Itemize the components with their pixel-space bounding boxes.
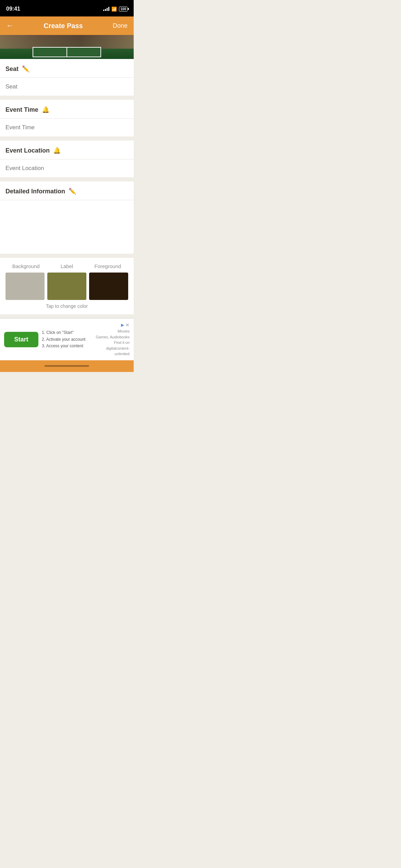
status-bar: 09:41 📶 100 bbox=[0, 0, 134, 16]
foreground-color-label: Foreground bbox=[87, 263, 128, 269]
seat-label: Seat bbox=[5, 65, 19, 73]
ad-right-line3: Find it on digitalcontent-unlimited bbox=[95, 340, 130, 357]
detailed-info-input-wrapper bbox=[0, 200, 134, 254]
color-labels: Background Label Foreground bbox=[5, 263, 128, 269]
status-time: 09:41 bbox=[6, 6, 20, 12]
color-section: Background Label Foreground Tap to chang… bbox=[0, 258, 134, 314]
ad-play-icon: ▶ bbox=[121, 323, 124, 327]
seat-section: Seat ✏️ bbox=[0, 59, 134, 96]
color-tap-hint: Tap to change color bbox=[5, 303, 128, 309]
seat-input[interactable] bbox=[5, 83, 128, 90]
event-time-input-wrapper bbox=[0, 119, 134, 136]
detailed-info-input[interactable] bbox=[5, 206, 128, 247]
event-location-section: Event Location 🔔 bbox=[0, 141, 134, 177]
seat-header: Seat ✏️ bbox=[0, 59, 134, 78]
event-location-bell-icon[interactable]: 🔔 bbox=[53, 147, 61, 154]
ad-start-button[interactable]: Start bbox=[4, 332, 38, 347]
ad-text: 1. Click on "Start" 2. Activate your acc… bbox=[42, 329, 92, 349]
label-color-label: Label bbox=[46, 263, 87, 269]
event-time-header: Event Time 🔔 bbox=[0, 100, 134, 119]
event-location-input[interactable] bbox=[5, 165, 128, 172]
background-color-swatch[interactable] bbox=[5, 273, 45, 300]
back-button[interactable]: ← bbox=[6, 21, 14, 30]
battery-icon: 100 bbox=[119, 7, 127, 12]
detailed-info-header: Detailed Information ✏️ bbox=[0, 181, 134, 200]
detailed-info-label: Detailed Information bbox=[5, 188, 65, 195]
color-swatches bbox=[5, 273, 128, 300]
event-location-label: Event Location bbox=[5, 147, 50, 154]
label-color-swatch[interactable] bbox=[47, 273, 86, 300]
ad-line2: 2. Activate your account bbox=[42, 336, 92, 343]
page-title: Create Pass bbox=[44, 22, 83, 30]
done-button[interactable]: Done bbox=[113, 22, 127, 29]
ad-banner: Start 1. Click on "Start" 2. Activate yo… bbox=[0, 318, 134, 360]
background-color-label: Background bbox=[5, 263, 46, 269]
foreground-color-swatch[interactable] bbox=[89, 273, 128, 300]
ad-right-line2: Games, Audiobooks bbox=[95, 334, 130, 340]
event-location-input-wrapper bbox=[0, 159, 134, 177]
ad-line1: 1. Click on "Start" bbox=[42, 329, 92, 336]
ad-close-button[interactable]: ✕ bbox=[125, 322, 130, 328]
ad-right-line1: Movies bbox=[95, 328, 130, 334]
ad-right-text: Movies Games, Audiobooks Find it on digi… bbox=[95, 328, 130, 357]
event-time-section: Event Time 🔔 bbox=[0, 100, 134, 136]
seat-edit-icon[interactable]: ✏️ bbox=[22, 65, 29, 73]
event-time-input[interactable] bbox=[5, 124, 128, 131]
nav-bar: ← Create Pass Done bbox=[0, 16, 134, 35]
event-location-header: Event Location 🔔 bbox=[0, 141, 134, 159]
detailed-info-section: Detailed Information ✏️ bbox=[0, 181, 134, 254]
event-time-label: Event Time bbox=[5, 106, 38, 113]
event-time-bell-icon[interactable]: 🔔 bbox=[42, 106, 49, 113]
content-area: Seat ✏️ Event Time 🔔 Event Location 🔔 De… bbox=[0, 59, 134, 314]
home-indicator bbox=[45, 365, 89, 367]
hero-image bbox=[0, 35, 134, 59]
signal-icon bbox=[103, 7, 109, 11]
status-icons: 📶 100 bbox=[103, 7, 127, 12]
seat-input-wrapper bbox=[0, 78, 134, 96]
bottom-bar bbox=[0, 360, 134, 372]
detailed-info-edit-icon[interactable]: ✏️ bbox=[69, 188, 76, 195]
wifi-icon: 📶 bbox=[111, 7, 117, 12]
ad-line3: 3. Access your content bbox=[42, 343, 92, 349]
